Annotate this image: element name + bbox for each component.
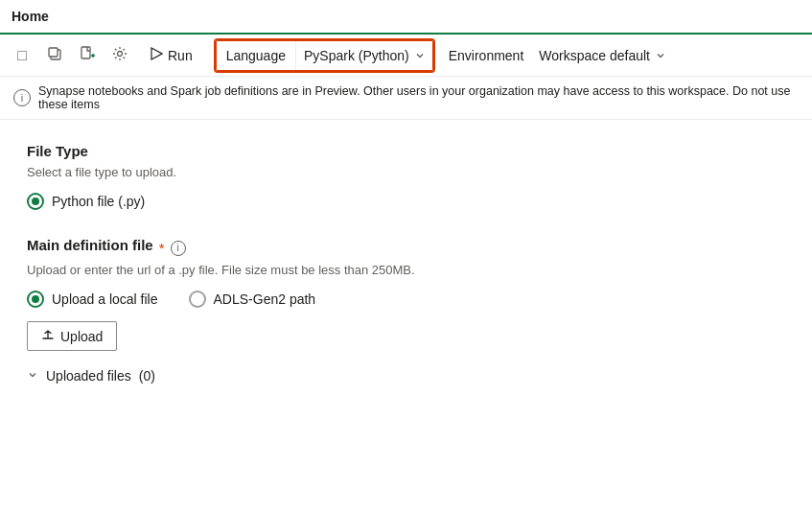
uploaded-files-label: Uploaded files <box>46 368 131 384</box>
save-icon-button[interactable]: □ <box>8 41 36 70</box>
page-title: Home <box>12 9 49 24</box>
environment-value: Workspace default <box>539 48 650 63</box>
upload-icon <box>41 328 55 344</box>
upload-button-label: Upload <box>60 329 103 344</box>
file-type-title: File Type <box>27 143 785 159</box>
chevron-down-icon <box>415 48 425 63</box>
run-button[interactable]: Run <box>138 43 204 67</box>
file-type-section: File Type Select a file type to upload. … <box>27 143 785 210</box>
adls-radio[interactable] <box>189 291 206 308</box>
chevron-down-icon <box>27 369 38 384</box>
language-value: PySpark (Python) <box>304 48 409 63</box>
python-file-option[interactable]: Python file (.py) <box>27 193 785 210</box>
required-indicator: * <box>159 240 165 256</box>
settings-icon <box>112 46 128 65</box>
main-content: File Type Select a file type to upload. … <box>0 120 812 433</box>
svg-rect-2 <box>81 47 90 58</box>
main-def-title: Main definition file <box>27 237 153 253</box>
language-label: Language <box>217 41 296 70</box>
toolbar: □ <box>0 35 812 77</box>
new-file-icon <box>80 46 95 65</box>
main-def-header: Main definition file * i <box>27 237 785 259</box>
main-def-description: Upload or enter the url of a .py file. F… <box>27 263 785 277</box>
adls-label: ADLS-Gen2 path <box>214 291 316 307</box>
main-def-info-icon[interactable]: i <box>171 241 186 256</box>
environment-dropdown[interactable]: Workspace default <box>531 44 673 67</box>
upload-button[interactable]: Upload <box>27 321 117 351</box>
copy-icon-button[interactable] <box>40 41 69 70</box>
radio-selected-indicator <box>32 198 39 205</box>
copy-icon <box>47 46 62 65</box>
run-icon <box>150 47 163 63</box>
language-dropdown[interactable]: PySpark (Python) <box>296 48 432 63</box>
info-icon: i <box>13 89 31 106</box>
upload-local-selected <box>32 295 39 303</box>
chevron-down-icon <box>656 48 665 63</box>
language-selector[interactable]: Language PySpark (Python) <box>216 40 433 71</box>
svg-marker-4 <box>151 48 162 59</box>
save-icon: □ <box>17 47 27 64</box>
main-definition-section: Main definition file * i Upload or enter… <box>27 237 785 384</box>
environment-label: Environment <box>449 48 524 63</box>
upload-local-radio[interactable] <box>27 291 44 308</box>
python-file-radio[interactable] <box>27 193 44 210</box>
info-bar: i Synapse notebooks and Spark job defini… <box>0 77 812 120</box>
uploaded-files-count: (0) <box>139 368 155 384</box>
run-button-label: Run <box>168 48 193 63</box>
upload-options-group: Upload a local file ADLS-Gen2 path <box>27 291 785 308</box>
settings-icon-button[interactable] <box>105 41 134 70</box>
new-file-icon-button[interactable] <box>73 41 102 70</box>
svg-rect-1 <box>49 48 58 57</box>
title-bar: Home <box>0 0 812 35</box>
file-type-description: Select a file type to upload. <box>27 165 785 179</box>
python-file-label: Python file (.py) <box>52 194 145 209</box>
upload-local-label: Upload a local file <box>52 291 158 307</box>
info-message: Synapse notebooks and Spark job definiti… <box>38 84 799 111</box>
uploaded-files-section[interactable]: Uploaded files (0) <box>27 368 785 384</box>
svg-point-3 <box>118 51 123 56</box>
